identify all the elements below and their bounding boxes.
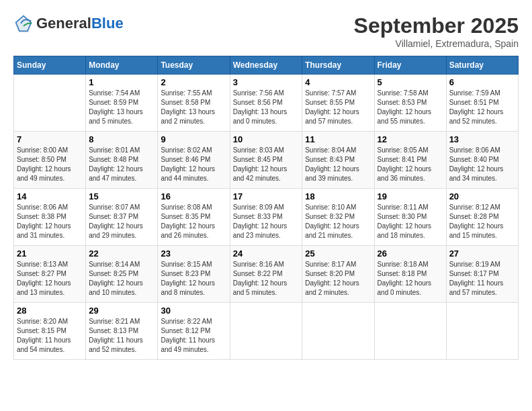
day-info: Sunrise: 8:02 AM Sunset: 8:46 PM Dayligh… [161, 146, 215, 182]
day-info: Sunrise: 8:22 AM Sunset: 8:12 PM Dayligh… [161, 318, 215, 353]
calendar-cell: 20Sunrise: 8:12 AM Sunset: 8:28 PM Dayli… [446, 189, 518, 246]
day-number: 28 [17, 306, 83, 316]
calendar-cell: 28Sunrise: 8:20 AM Sunset: 8:15 PM Dayli… [14, 303, 86, 360]
calendar-cell: 23Sunrise: 8:15 AM Sunset: 8:23 PM Dayli… [158, 246, 230, 303]
day-number: 10 [233, 134, 300, 144]
calendar-cell: 13Sunrise: 8:06 AM Sunset: 8:40 PM Dayli… [446, 132, 518, 189]
calendar-cell [374, 303, 446, 360]
day-info: Sunrise: 8:06 AM Sunset: 8:38 PM Dayligh… [17, 203, 71, 239]
logo: GeneralBlue [13, 13, 124, 34]
calendar-cell: 4Sunrise: 7:57 AM Sunset: 8:55 PM Daylig… [302, 75, 374, 132]
calendar-cell: 3Sunrise: 7:56 AM Sunset: 8:56 PM Daylig… [230, 75, 302, 132]
day-info: Sunrise: 8:11 AM Sunset: 8:30 PM Dayligh… [378, 203, 432, 239]
calendar-cell: 17Sunrise: 8:09 AM Sunset: 8:33 PM Dayli… [230, 189, 302, 246]
day-info: Sunrise: 8:10 AM Sunset: 8:32 PM Dayligh… [305, 203, 359, 239]
day-info: Sunrise: 8:14 AM Sunset: 8:25 PM Dayligh… [89, 261, 143, 296]
calendar-header: SundayMondayTuesdayWednesdayThursdayFrid… [14, 56, 519, 75]
calendar-cell: 26Sunrise: 8:18 AM Sunset: 8:18 PM Dayli… [374, 246, 446, 303]
day-info: Sunrise: 7:55 AM Sunset: 8:58 PM Dayligh… [161, 89, 215, 125]
page-header: GeneralBlue September 2025 Villamiel, Ex… [13, 13, 519, 49]
day-info: Sunrise: 7:57 AM Sunset: 8:55 PM Dayligh… [305, 89, 359, 125]
header-day-saturday: Saturday [446, 56, 518, 75]
calendar-cell [14, 75, 86, 132]
day-info: Sunrise: 8:01 AM Sunset: 8:48 PM Dayligh… [89, 146, 143, 182]
day-number: 13 [449, 134, 515, 144]
day-number: 7 [17, 134, 83, 144]
day-number: 16 [161, 191, 226, 201]
day-info: Sunrise: 7:58 AM Sunset: 8:53 PM Dayligh… [378, 89, 432, 125]
day-number: 26 [378, 248, 443, 259]
calendar-cell: 12Sunrise: 8:05 AM Sunset: 8:41 PM Dayli… [374, 132, 446, 189]
day-number: 12 [378, 134, 443, 144]
header-day-wednesday: Wednesday [230, 56, 302, 75]
day-number: 6 [449, 77, 515, 87]
day-number: 1 [89, 77, 154, 87]
calendar-cell: 21Sunrise: 8:13 AM Sunset: 8:27 PM Dayli… [14, 246, 86, 303]
week-row-2: 14Sunrise: 8:06 AM Sunset: 8:38 PM Dayli… [14, 189, 519, 246]
calendar-cell: 1Sunrise: 7:54 AM Sunset: 8:59 PM Daylig… [86, 75, 158, 132]
day-info: Sunrise: 8:17 AM Sunset: 8:20 PM Dayligh… [305, 261, 359, 296]
calendar-cell: 7Sunrise: 8:00 AM Sunset: 8:50 PM Daylig… [14, 132, 86, 189]
week-row-3: 21Sunrise: 8:13 AM Sunset: 8:27 PM Dayli… [14, 246, 519, 303]
day-number: 19 [378, 191, 443, 201]
day-number: 14 [17, 191, 83, 201]
month-title: September 2025 [354, 13, 519, 38]
day-info: Sunrise: 8:07 AM Sunset: 8:37 PM Dayligh… [89, 203, 143, 239]
calendar-cell [230, 303, 302, 360]
day-info: Sunrise: 8:21 AM Sunset: 8:13 PM Dayligh… [89, 318, 143, 353]
logo-general-text: General [36, 15, 91, 32]
day-number: 8 [89, 134, 154, 144]
calendar-cell: 29Sunrise: 8:21 AM Sunset: 8:13 PM Dayli… [86, 303, 158, 360]
week-row-0: 1Sunrise: 7:54 AM Sunset: 8:59 PM Daylig… [14, 75, 519, 132]
day-info: Sunrise: 8:06 AM Sunset: 8:40 PM Dayligh… [449, 146, 504, 182]
general-blue-icon [13, 13, 34, 34]
calendar-cell: 6Sunrise: 7:59 AM Sunset: 8:51 PM Daylig… [446, 75, 518, 132]
header-day-sunday: Sunday [14, 56, 86, 75]
day-number: 24 [233, 248, 300, 259]
day-number: 17 [233, 191, 300, 201]
location-text: Villamiel, Extremadura, Spain [354, 38, 519, 49]
day-number: 15 [89, 191, 154, 201]
day-info: Sunrise: 8:12 AM Sunset: 8:28 PM Dayligh… [449, 203, 504, 239]
day-info: Sunrise: 7:54 AM Sunset: 8:59 PM Dayligh… [89, 89, 143, 125]
day-number: 29 [89, 306, 154, 316]
calendar-cell: 19Sunrise: 8:11 AM Sunset: 8:30 PM Dayli… [374, 189, 446, 246]
calendar-cell: 5Sunrise: 7:58 AM Sunset: 8:53 PM Daylig… [374, 75, 446, 132]
title-section: September 2025 Villamiel, Extremadura, S… [354, 13, 519, 49]
calendar-body: 1Sunrise: 7:54 AM Sunset: 8:59 PM Daylig… [14, 75, 519, 360]
day-info: Sunrise: 7:56 AM Sunset: 8:56 PM Dayligh… [233, 89, 287, 125]
day-number: 5 [378, 77, 443, 87]
day-info: Sunrise: 8:04 AM Sunset: 8:43 PM Dayligh… [305, 146, 359, 182]
day-info: Sunrise: 8:00 AM Sunset: 8:50 PM Dayligh… [17, 146, 71, 182]
day-number: 4 [305, 77, 371, 87]
day-number: 30 [161, 306, 226, 316]
day-number: 9 [161, 134, 226, 144]
day-info: Sunrise: 8:18 AM Sunset: 8:18 PM Dayligh… [378, 261, 432, 296]
day-number: 25 [305, 248, 371, 259]
logo-blue-text: Blue [91, 15, 124, 32]
day-info: Sunrise: 8:05 AM Sunset: 8:41 PM Dayligh… [378, 146, 432, 182]
day-info: Sunrise: 8:13 AM Sunset: 8:27 PM Dayligh… [17, 261, 71, 296]
calendar-cell: 10Sunrise: 8:03 AM Sunset: 8:45 PM Dayli… [230, 132, 302, 189]
day-number: 21 [17, 248, 83, 259]
week-row-1: 7Sunrise: 8:00 AM Sunset: 8:50 PM Daylig… [14, 132, 519, 189]
header-day-friday: Friday [374, 56, 446, 75]
calendar-cell: 2Sunrise: 7:55 AM Sunset: 8:58 PM Daylig… [158, 75, 230, 132]
calendar-cell: 15Sunrise: 8:07 AM Sunset: 8:37 PM Dayli… [86, 189, 158, 246]
calendar-cell [446, 303, 518, 360]
calendar-table: SundayMondayTuesdayWednesdayThursdayFrid… [13, 56, 519, 360]
day-info: Sunrise: 8:03 AM Sunset: 8:45 PM Dayligh… [233, 146, 287, 182]
header-day-monday: Monday [86, 56, 158, 75]
calendar-cell: 11Sunrise: 8:04 AM Sunset: 8:43 PM Dayli… [302, 132, 374, 189]
day-number: 27 [449, 248, 515, 259]
calendar-cell: 25Sunrise: 8:17 AM Sunset: 8:20 PM Dayli… [302, 246, 374, 303]
day-number: 2 [161, 77, 226, 87]
calendar-cell: 8Sunrise: 8:01 AM Sunset: 8:48 PM Daylig… [86, 132, 158, 189]
calendar-cell [302, 303, 374, 360]
day-number: 23 [161, 248, 226, 259]
day-info: Sunrise: 7:59 AM Sunset: 8:51 PM Dayligh… [449, 89, 504, 125]
header-day-tuesday: Tuesday [158, 56, 230, 75]
calendar-cell: 9Sunrise: 8:02 AM Sunset: 8:46 PM Daylig… [158, 132, 230, 189]
day-info: Sunrise: 8:16 AM Sunset: 8:22 PM Dayligh… [233, 261, 287, 296]
calendar-cell: 22Sunrise: 8:14 AM Sunset: 8:25 PM Dayli… [86, 246, 158, 303]
